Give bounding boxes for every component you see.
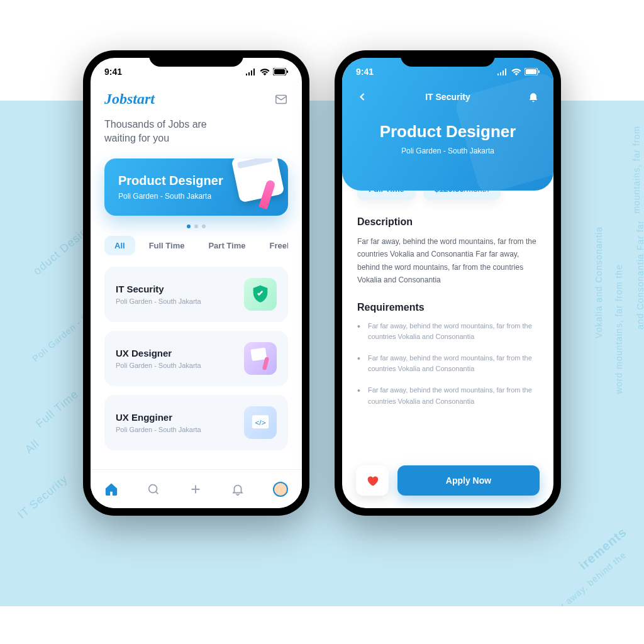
- job-list: IT Security Poli Garden - South Jakarta …: [104, 267, 288, 450]
- job-title: UX Engginer: [116, 412, 201, 423]
- code-icon: </>: [244, 406, 277, 439]
- pager-dots: [104, 225, 288, 228]
- nav-search-icon[interactable]: [147, 482, 160, 496]
- nav-avatar[interactable]: [273, 482, 288, 497]
- brand-logo: Jobstart: [104, 91, 155, 108]
- status-time: 9:41: [104, 67, 122, 77]
- status-time: 9:41: [356, 67, 374, 77]
- detail-hero: 9:41 IT Security Product Designer Poli G…: [342, 58, 553, 191]
- description-heading: Description: [357, 216, 538, 228]
- requirements-heading: Requirements: [357, 302, 538, 313]
- phone-frame-home: 9:41 Jobstart Thousands of Jobs are wait…: [83, 50, 309, 516]
- phone-frame-detail: 9:41 IT Security Product Designer Poli G…: [335, 50, 561, 516]
- nav-plus-icon[interactable]: [189, 482, 203, 496]
- screen-detail: 9:41 IT Security Product Designer Poli G…: [342, 58, 553, 508]
- detail-title: Product Designer: [356, 122, 540, 142]
- heart-icon: [365, 474, 379, 487]
- requirement-item: Far far away, behind the word mountains,…: [357, 353, 538, 375]
- favorite-button[interactable]: [356, 465, 389, 496]
- svg-rect-11: [538, 70, 540, 73]
- job-subtitle: Poli Garden - South Jakarta: [116, 297, 201, 305]
- wifi-icon: [511, 69, 521, 75]
- filter-tabs: All Full Time Part Time Freelance Pr: [104, 236, 288, 255]
- back-icon[interactable]: [356, 91, 369, 103]
- description-text: Far far away, behind the word mountains,…: [357, 235, 538, 287]
- hero-card[interactable]: Product Designer Poli Garden - South Jak…: [104, 158, 288, 216]
- svg-rect-3: [276, 95, 287, 103]
- svg-text:</>: </>: [255, 418, 265, 427]
- dot[interactable]: [202, 225, 206, 228]
- status-right: [246, 68, 288, 75]
- tab-freelance[interactable]: Freelance: [259, 236, 288, 255]
- signal-icon: [246, 69, 257, 75]
- notch: [149, 50, 243, 67]
- svg-rect-2: [287, 70, 288, 73]
- job-title: IT Security: [116, 284, 201, 294]
- mail-icon[interactable]: [274, 92, 288, 106]
- requirement-item: Far far away, behind the word mountains,…: [357, 385, 538, 407]
- requirement-item: Far far away, behind the word mountains,…: [357, 321, 538, 343]
- status-right: [497, 68, 540, 75]
- tab-full-time[interactable]: Full Time: [139, 236, 195, 255]
- battery-icon: [525, 68, 540, 75]
- dot-active[interactable]: [187, 225, 191, 228]
- wifi-icon: [260, 69, 270, 75]
- salary-amount: $120.50: [435, 191, 464, 194]
- job-card-ux-engineer[interactable]: UX Engginer Poli Garden - South Jakarta …: [104, 395, 288, 450]
- brush-icon: [244, 342, 277, 375]
- chip-job-type: Full Time: [357, 191, 416, 200]
- requirements-list: Far far away, behind the word mountains,…: [357, 321, 538, 408]
- nav-home-icon[interactable]: [104, 482, 118, 496]
- battery-icon: [273, 68, 288, 75]
- dot[interactable]: [194, 225, 198, 228]
- notch: [401, 50, 495, 67]
- svg-rect-4: [250, 347, 267, 360]
- job-subtitle: Poli Garden - South Jakarta: [116, 426, 201, 433]
- topbar-title: IT Security: [425, 92, 470, 102]
- svg-point-8: [149, 484, 157, 492]
- tab-part-time[interactable]: Part Time: [198, 236, 255, 255]
- hero-subtitle: Poli Garden - South Jakarta: [118, 192, 274, 201]
- apply-button[interactable]: Apply Now: [397, 465, 540, 496]
- svg-rect-10: [526, 69, 536, 74]
- tab-all[interactable]: All: [104, 236, 135, 255]
- job-card-ux-designer[interactable]: UX Designer Poli Garden - South Jakarta: [104, 331, 288, 386]
- tagline: Thousands of Jobs are waiting for you: [104, 118, 288, 146]
- job-card-it-security[interactable]: IT Security Poli Garden - South Jakarta: [104, 267, 288, 322]
- shield-icon: [244, 278, 277, 311]
- detail-footer: Apply Now: [342, 455, 553, 508]
- nav-bell-icon[interactable]: [231, 482, 245, 496]
- job-title: UX Designer: [116, 348, 201, 358]
- detail-chips: Full Time $120.50/month: [357, 191, 538, 200]
- svg-rect-1: [274, 69, 285, 74]
- screen-home: 9:41 Jobstart Thousands of Jobs are wait…: [91, 58, 302, 508]
- bell-icon[interactable]: [527, 91, 540, 103]
- bottom-nav: [91, 469, 302, 508]
- detail-subtitle: Poli Garden - South Jakarta: [356, 147, 540, 155]
- signal-icon: [497, 69, 508, 75]
- job-subtitle: Poli Garden - South Jakarta: [116, 362, 201, 369]
